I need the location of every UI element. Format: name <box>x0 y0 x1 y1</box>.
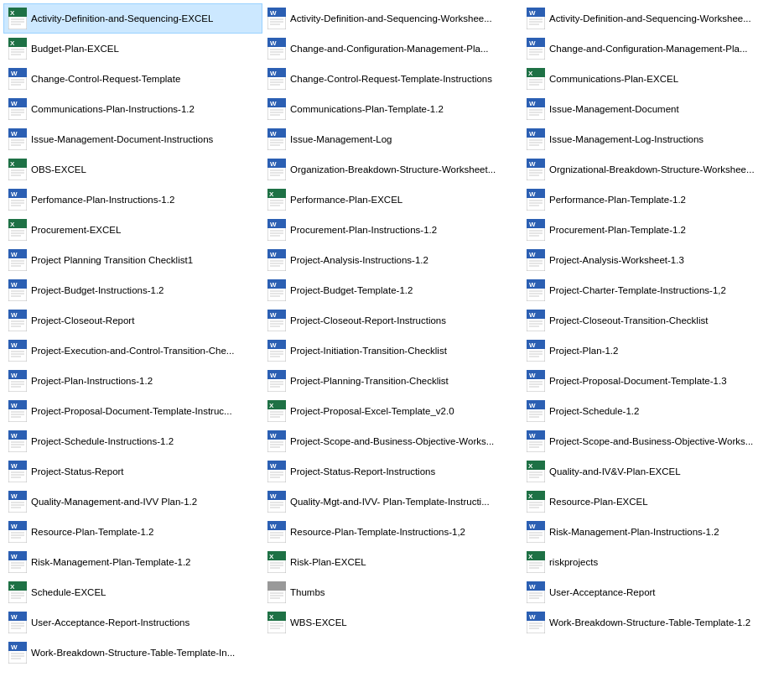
list-item[interactable]: W Project-Proposal-Document-Template-1.3 <box>522 366 781 396</box>
file-label: Project-Charter-Template-Instructions-1,… <box>549 284 726 297</box>
file-label: Project-Planning-Transition-Checklist <box>290 375 449 388</box>
list-item[interactable]: W Project-Budget-Instructions-1.2 <box>3 275 262 305</box>
word-icon: W <box>8 67 28 91</box>
svg-text:W: W <box>11 492 18 500</box>
file-label: Change-and-Configuration-Management-Pla.… <box>290 43 489 55</box>
list-item[interactable]: W Risk-Management-Plan-Instructions-1.2 <box>522 517 781 547</box>
list-item[interactable]: W Project-Closeout-Report <box>3 305 262 336</box>
list-item[interactable]: W Project-Charter-Template-Instructions-… <box>522 275 781 305</box>
word-icon: W <box>8 369 28 393</box>
list-item[interactable]: W Project-Initiation-Transition-Checklis… <box>262 336 522 366</box>
list-item[interactable]: W Perfomance-Plan-Instructions-1.2 <box>3 185 262 215</box>
list-item[interactable]: W Work-Breakdown-Structure-Table-Templat… <box>522 607 781 638</box>
list-item[interactable]: W Performance-Plan-Template-1.2 <box>522 185 781 215</box>
svg-text:W: W <box>11 402 18 409</box>
list-item[interactable]: W Issue-Management-Document-Instructions <box>3 124 262 154</box>
file-label: Project-Scope-and-Business-Objective-Wor… <box>290 435 494 448</box>
list-item[interactable]: W Organization-Breakdown-Structure-Works… <box>262 154 522 185</box>
list-item[interactable]: W Orgnizational-Breakdown-Structure-Work… <box>522 154 781 185</box>
file-label: Work-Breakdown-Structure-Table-Template-… <box>549 617 750 629</box>
word-icon: W <box>8 248 28 272</box>
word-icon: W <box>526 128 546 151</box>
list-item[interactable]: X Schedule-EXCEL <box>3 577 262 607</box>
list-item[interactable]: W Project-Planning-Transition-Checklist <box>262 366 522 396</box>
list-item[interactable]: W Resource-Plan-Template-Instructions-1,… <box>262 517 522 547</box>
list-item[interactable]: W Project-Schedule-1.2 <box>522 396 781 426</box>
list-item[interactable]: W Change-and-Configuration-Management-Pl… <box>522 34 781 64</box>
list-item[interactable]: W Project-Budget-Template-1.2 <box>262 275 522 305</box>
list-item[interactable]: W Project Planning Transition Checklist1 <box>3 245 262 275</box>
excel-icon: X <box>8 218 28 242</box>
svg-text:W: W <box>529 130 536 138</box>
list-item[interactable]: W Project-Closeout-Transition-Checklist <box>522 305 781 336</box>
word-icon: W <box>267 97 287 121</box>
list-item[interactable]: W Activity-Definition-and-Sequencing-Wor… <box>522 3 781 34</box>
list-item[interactable]: W Issue-Management-Log <box>262 124 522 154</box>
svg-text:W: W <box>11 100 18 107</box>
list-item[interactable]: W Project-Plan-1.2 <box>522 336 781 366</box>
list-item[interactable]: X Performance-Plan-EXCEL <box>262 185 522 215</box>
list-item[interactable]: W Change-Control-Request-Template-Instru… <box>262 64 522 94</box>
list-item[interactable]: W Communications-Plan-Instructions-1.2 <box>3 94 262 124</box>
list-item[interactable]: X Project-Proposal-Excel-Template_v2.0 <box>262 396 522 426</box>
word-icon: W <box>526 520 546 544</box>
list-item[interactable]: W Activity-Definition-and-Sequencing-Wor… <box>262 3 522 34</box>
file-label: Perfomance-Plan-Instructions-1.2 <box>31 194 174 206</box>
list-item[interactable]: X WBS-EXCEL <box>262 607 522 638</box>
list-item[interactable]: X Procurement-EXCEL <box>3 215 262 245</box>
list-item[interactable]: X Communications-Plan-EXCEL <box>522 64 781 94</box>
word-icon: W <box>8 279 28 302</box>
word-icon: W <box>8 430 28 453</box>
list-item[interactable]: W Issue-Management-Document <box>522 94 781 124</box>
svg-text:W: W <box>270 9 277 17</box>
list-item[interactable]: W Project-Plan-Instructions-1.2 <box>3 366 262 396</box>
list-item[interactable]: X riskprojects <box>522 547 781 577</box>
file-label: Project-Closeout-Report <box>31 315 134 327</box>
svg-text:W: W <box>270 70 277 77</box>
list-item[interactable]: W Risk-Management-Plan-Template-1.2 <box>3 547 262 577</box>
list-item[interactable]: X OBS-EXCEL <box>3 154 262 185</box>
list-item[interactable]: W User-Acceptance-Report <box>522 577 781 607</box>
file-label: Work-Breakdown-Structure-Table-Template-… <box>31 647 235 659</box>
list-item[interactable]: Thumbs <box>262 577 522 607</box>
list-item[interactable]: W Project-Status-Report <box>3 456 262 487</box>
list-item[interactable]: W Project-Closeout-Report-Instructions <box>262 305 522 336</box>
list-item[interactable]: W Project-Scope-and-Business-Objective-W… <box>522 426 781 456</box>
svg-text:W: W <box>529 281 536 289</box>
file-label: Project-Closeout-Report-Instructions <box>290 315 446 327</box>
svg-text:W: W <box>11 372 18 379</box>
list-item[interactable]: W Resource-Plan-Template-1.2 <box>3 517 262 547</box>
list-item[interactable]: W Project-Scope-and-Business-Objective-W… <box>262 426 522 456</box>
list-item[interactable]: W Project-Schedule-Instructions-1.2 <box>3 426 262 456</box>
list-item[interactable]: W Project-Proposal-Document-Template-Ins… <box>3 396 262 426</box>
file-label: Risk-Management-Plan-Template-1.2 <box>31 556 190 569</box>
file-label: Resource-Plan-Template-Instructions-1,2 <box>290 526 465 539</box>
list-item[interactable]: W Change-and-Configuration-Management-Pl… <box>262 34 522 64</box>
list-item[interactable]: W Issue-Management-Log-Instructions <box>522 124 781 154</box>
list-item[interactable]: W Procurement-Plan-Template-1.2 <box>522 215 781 245</box>
list-item[interactable]: W Quality-Mgt-and-IVV- Plan-Template-Ins… <box>262 487 522 517</box>
list-item[interactable]: W Project-Analysis-Worksheet-1.3 <box>522 245 781 275</box>
list-item[interactable]: W Project-Analysis-Instructions-1.2 <box>262 245 522 275</box>
list-item[interactable]: X Resource-Plan-EXCEL <box>522 487 781 517</box>
svg-text:W: W <box>529 221 536 228</box>
svg-text:W: W <box>270 100 277 107</box>
list-item[interactable]: W Project-Status-Report-Instructions <box>262 456 522 487</box>
list-item[interactable]: X Budget-Plan-EXCEL <box>3 34 262 64</box>
list-item[interactable]: W Project-Execution-and-Control-Transiti… <box>3 336 262 366</box>
list-item[interactable]: X Activity-Definition-and-Sequencing-EXC… <box>3 3 262 34</box>
list-item[interactable]: W Work-Breakdown-Structure-Table-Templat… <box>3 638 262 668</box>
file-label: Project-Proposal-Document-Template-1.3 <box>549 375 727 388</box>
list-item[interactable]: X Quality-and-IV&V-Plan-EXCEL <box>522 456 781 487</box>
list-item[interactable]: X Risk-Plan-EXCEL <box>262 547 522 577</box>
excel-icon: X <box>267 550 287 574</box>
svg-text:X: X <box>10 39 15 47</box>
list-item[interactable]: W Change-Control-Request-Template <box>3 64 262 94</box>
list-item[interactable]: W Quality-Management-and-IVV Plan-1.2 <box>3 487 262 517</box>
list-item[interactable]: W Communications-Plan-Template-1.2 <box>262 94 522 124</box>
list-item[interactable]: W Procurement-Plan-Instructions-1.2 <box>262 215 522 245</box>
generic-icon <box>267 581 287 604</box>
list-item[interactable]: W User-Acceptance-Report-Instructions <box>3 607 262 638</box>
word-icon: W <box>267 460 287 483</box>
file-label: Performance-Plan-Template-1.2 <box>549 194 686 206</box>
